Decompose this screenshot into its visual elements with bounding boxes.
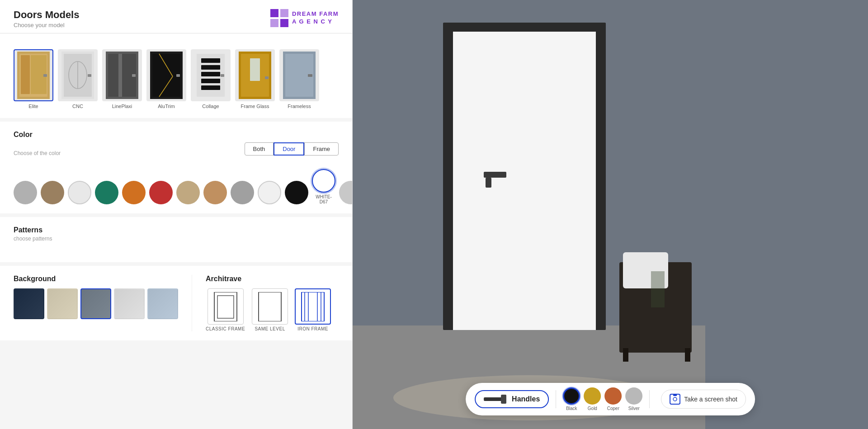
bg-title: Background: [14, 275, 178, 283]
door-item-frameless[interactable]: Frameless: [279, 49, 319, 109]
color-swatch-s3[interactable]: [68, 181, 91, 204]
svg-point-60: [673, 397, 677, 401]
handle-color-black[interactable]: Black: [563, 387, 580, 411]
svg-rect-39: [217, 296, 234, 318]
door-item-collage[interactable]: Collage: [191, 49, 231, 109]
door-frameless-label: Frameless: [288, 104, 311, 109]
handle-color-coper[interactable]: Coper: [604, 387, 622, 411]
color-swatch-s10[interactable]: [258, 181, 281, 204]
svg-rect-26: [201, 65, 220, 70]
color-swatch-s5[interactable]: [122, 181, 146, 204]
color-swatch-s9[interactable]: [231, 181, 254, 204]
color-swatch-s11[interactable]: [285, 181, 308, 204]
arch-options: CLASSIC FRAME SAME LEVEL IRON FRAME: [206, 288, 339, 331]
svg-rect-54: [685, 348, 690, 362]
color-swatch-s13[interactable]: [339, 181, 353, 204]
handles-button[interactable]: Handles: [475, 390, 549, 408]
svg-rect-61: [673, 394, 677, 396]
handle-color-label-gold: Gold: [588, 406, 597, 411]
handle-color-gold[interactable]: Gold: [584, 387, 601, 411]
toggle-both[interactable]: Both: [245, 142, 274, 156]
door-item-frameglass[interactable]: Frame Glass: [235, 49, 275, 109]
color-swatch-s12[interactable]: WHITE-D67: [312, 169, 335, 204]
svg-rect-43: [305, 292, 308, 321]
logo-text: DREAM FARM A G E N C Y: [292, 10, 339, 26]
arch-box-ironframe: [295, 288, 331, 325]
color-section: Color Choose of the color Both Door Fram…: [0, 122, 352, 213]
color-swatch-s2[interactable]: [41, 181, 64, 204]
swatch-circle-s4: [95, 181, 118, 204]
color-swatch-s4[interactable]: [95, 181, 118, 204]
svg-rect-6: [21, 55, 30, 94]
swatch-circle-s7: [176, 181, 200, 204]
swatch-circle-s5: [122, 181, 146, 204]
screenshot-button[interactable]: Take a screen shot: [661, 390, 746, 409]
toggle-door[interactable]: Door: [274, 142, 304, 156]
arch-box-classic: [208, 288, 244, 325]
svg-rect-58: [501, 395, 506, 404]
toggle-frame[interactable]: Frame: [304, 142, 339, 156]
door-cnc-label: CNC: [72, 104, 83, 109]
logo-icon: [270, 9, 288, 27]
toolbar-divider-2: [649, 390, 650, 408]
svg-rect-50: [486, 178, 491, 188]
svg-rect-0: [270, 9, 278, 17]
door-elite-wrap: [14, 49, 53, 101]
left-panel: Doors Models Choose your model DREAM FAR…: [0, 0, 353, 429]
color-toggle: Both Door Frame: [245, 142, 339, 156]
bg-thumb-bg3[interactable]: [80, 288, 111, 319]
color-swatch-s6[interactable]: [149, 181, 173, 204]
door-cnc-wrap: [58, 49, 98, 101]
bg-thumb-bg2[interactable]: [47, 288, 78, 319]
arch-option-samelevel[interactable]: SAME LEVEL: [252, 288, 288, 331]
handle-color-silver[interactable]: Silver: [625, 387, 642, 411]
svg-rect-30: [221, 74, 224, 77]
color-title: Color: [14, 131, 339, 139]
svg-rect-48: [453, 32, 596, 330]
bottom-sections: Background Architrave CLASSIC FRAME SAME…: [0, 266, 352, 340]
handle-color-circle-coper: [604, 387, 622, 405]
door-frameglass-svg: [239, 52, 271, 99]
door-models-section: Elite CNC: [0, 33, 352, 118]
color-swatch-s8[interactable]: [203, 181, 227, 204]
arch-option-ironframe[interactable]: IRON FRAME: [295, 288, 331, 331]
door-models-grid: Elite CNC: [14, 49, 339, 109]
color-subtitle: Choose of the color: [14, 150, 245, 156]
color-swatch-s1[interactable]: [14, 181, 37, 204]
door-item-alutrim[interactable]: AluTrim: [146, 49, 186, 109]
door-lineplaxi-wrap: [102, 49, 142, 101]
arch-title: Architrave: [206, 275, 339, 283]
door-alutrim-svg: [150, 52, 183, 99]
door-frameglass-wrap: [235, 49, 275, 101]
swatch-circle-s9: [231, 181, 254, 204]
bg-thumb-bg1[interactable]: [14, 288, 44, 319]
door-item-elite[interactable]: Elite: [14, 49, 53, 109]
bg-thumb-bg4[interactable]: [114, 288, 145, 319]
svg-rect-2: [270, 19, 278, 27]
swatch-circle-s13: [339, 181, 353, 204]
door-collage-wrap: [191, 49, 231, 101]
svg-rect-16: [118, 54, 122, 97]
door-frameglass-label: Frame Glass: [241, 104, 269, 109]
svg-rect-3: [280, 19, 288, 27]
door-item-cnc[interactable]: CNC: [58, 49, 98, 109]
bg-thumb-bg5[interactable]: [147, 288, 178, 319]
color-swatches-row: WHITE-D67: [14, 169, 339, 204]
door-alutrim-label: AluTrim: [158, 104, 175, 109]
svg-rect-19: [152, 54, 180, 97]
door-frameless-wrap: [279, 49, 319, 101]
bg-thumbnails: [14, 288, 178, 319]
page-title: Doors Models: [14, 9, 79, 21]
arch-label-ironframe: IRON FRAME: [297, 326, 328, 331]
svg-rect-57: [484, 397, 502, 401]
handle-color-options: BlackGoldCoperSilver: [563, 387, 642, 411]
svg-rect-8: [43, 74, 47, 77]
swatch-label-s12: WHITE-D67: [312, 194, 335, 204]
swatch-circle-s6: [149, 181, 173, 204]
swatch-circle-s12: [312, 169, 335, 193]
swatch-circle-s2: [41, 181, 64, 204]
door-item-lineplaxi[interactable]: LinePlaxi: [102, 49, 142, 109]
arch-option-classic[interactable]: CLASSIC FRAME: [206, 288, 245, 331]
svg-rect-40: [259, 292, 281, 321]
color-swatch-s7[interactable]: [176, 181, 200, 204]
